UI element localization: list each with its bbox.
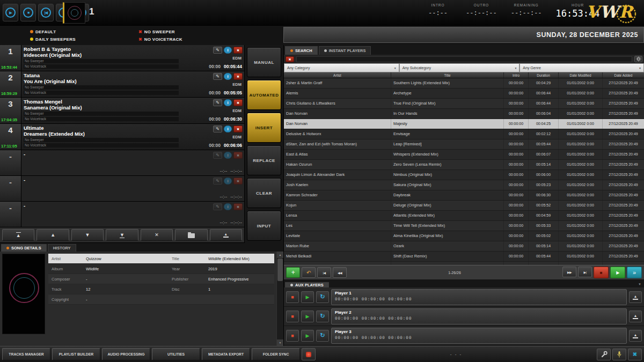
metadata-export-button[interactable]: METADATA EXPORT bbox=[202, 348, 250, 360]
playlist-builder-button[interactable]: PLAYLIST BUILDER bbox=[52, 348, 100, 360]
info-icon[interactable]: i bbox=[224, 47, 232, 54]
table-row[interactable]: Delusive & HotworxEnvisage00:00:0000:02:… bbox=[284, 129, 644, 139]
mode-button-input[interactable]: INPUT bbox=[247, 211, 281, 241]
tab-search[interactable]: SEARCH bbox=[285, 46, 318, 55]
playlist-empty-slot[interactable]: --✎i✖--:----:--:-- bbox=[0, 202, 244, 227]
column-header[interactable]: Title bbox=[391, 72, 504, 78]
edit-icon[interactable]: ✎ bbox=[213, 47, 222, 54]
forward-button[interactable]: » bbox=[627, 267, 642, 278]
last-page-button[interactable]: ▶| bbox=[578, 267, 592, 277]
table-row[interactable]: 2sher & Martin GraffSouthern Lights (Ext… bbox=[284, 78, 644, 88]
shuffle-button[interactable]: ✕ bbox=[141, 229, 173, 241]
table-row[interactable]: Mehdi BelkadiShift (Davz Remix)00:00:000… bbox=[284, 252, 644, 262]
aux-loop-button[interactable]: ↻ bbox=[316, 291, 329, 303]
tab-instant-players[interactable]: INSTANT PLAYERS bbox=[319, 46, 371, 55]
tracks-manager-button[interactable]: TRACKS MANAGER bbox=[2, 348, 50, 360]
filter-dropdown-1[interactable]: Any Category▼ bbox=[284, 63, 399, 72]
column-header[interactable]: Intro bbox=[504, 72, 529, 78]
table-row[interactable]: dStarr, Zan and Ezi (with Tomas Moran)Le… bbox=[284, 139, 644, 150]
remove-icon[interactable]: ✖ bbox=[233, 152, 243, 159]
table-row[interactable]: KojunDeluge (Original Mix)00:00:0000:05:… bbox=[284, 201, 644, 211]
tab-history[interactable]: HISTORY bbox=[48, 244, 76, 252]
mode-button-automated[interactable]: AUTOMATED bbox=[247, 80, 281, 110]
first-page-button[interactable]: |◀ bbox=[317, 267, 331, 278]
aux-play-button[interactable]: ▶ bbox=[301, 311, 314, 322]
playlist-track[interactable]: 317:04:35Thomas MengelSanamera (Original… bbox=[0, 98, 244, 124]
stop-button[interactable]: ■ bbox=[20, 4, 36, 21]
add-track-button[interactable]: + bbox=[286, 267, 300, 278]
table-row[interactable]: Joaquin Limon & Alexander DarkNimbus (Or… bbox=[284, 170, 644, 180]
filter-dropdown-3[interactable]: Any Genre▼ bbox=[519, 63, 644, 72]
requeue-button[interactable]: ↶ bbox=[302, 267, 316, 278]
remove-icon[interactable]: ✖ bbox=[233, 203, 243, 210]
prev-page-button[interactable]: ◀◀ bbox=[333, 267, 347, 278]
table-row[interactable]: Dan NorvanIn Our Hands00:00:0000:06:0401… bbox=[284, 109, 644, 119]
edit-icon[interactable]: ✎ bbox=[213, 178, 222, 184]
remove-icon[interactable]: ✖ bbox=[233, 125, 243, 132]
playlist-track[interactable]: 216:59:29TatanaYou Are (Original Mix)No … bbox=[0, 71, 244, 98]
edit-icon[interactable]: ✎ bbox=[213, 99, 222, 106]
scroll-down-icon[interactable]: ▼ bbox=[277, 339, 283, 346]
aux-player-display[interactable]: Player 300:00:00 00:00:00 00:00:00 bbox=[331, 328, 627, 344]
exit-button[interactable]: ✖ bbox=[628, 349, 642, 360]
edit-icon[interactable]: ✎ bbox=[213, 203, 222, 210]
table-row[interactable]: LevitateAlma Kinetika (Original Mix)00:0… bbox=[284, 231, 644, 241]
search-options-button[interactable] bbox=[634, 56, 642, 62]
table-row[interactable]: Marlon RubeOzark00:00:0000:05:1401/01/20… bbox=[284, 241, 644, 252]
move-down-button[interactable]: ▼ bbox=[71, 229, 104, 241]
stop-indicator-button[interactable] bbox=[302, 348, 316, 360]
tab-aux-players[interactable]: AUX PLAYERS bbox=[285, 282, 329, 287]
move-top-button[interactable]: ▲ bbox=[2, 229, 34, 241]
aux-stop-button[interactable]: ■ bbox=[286, 330, 299, 342]
remove-icon[interactable]: ✖ bbox=[233, 73, 243, 80]
info-icon[interactable]: i bbox=[224, 203, 232, 210]
remove-icon[interactable]: ✖ bbox=[233, 178, 243, 184]
aux-loop-button[interactable]: ↻ bbox=[316, 330, 329, 342]
mode-button-manual[interactable]: MANUAL bbox=[247, 47, 281, 77]
edit-icon[interactable]: ✎ bbox=[213, 152, 222, 159]
table-row[interactable]: Josh KaelenSakura (Original Mix)00:00:00… bbox=[284, 180, 644, 190]
playlist-track[interactable]: 417:11:05UltimateDreamers (Extended Mix)… bbox=[0, 124, 244, 150]
move-up-button[interactable]: ▲ bbox=[36, 229, 69, 241]
prev-track-button[interactable]: |◀ bbox=[38, 4, 54, 21]
column-header[interactable]: Date Added bbox=[603, 72, 644, 78]
aux-player-display[interactable]: Player 100:00:00 00:00:00 00:00:00 bbox=[331, 289, 627, 305]
column-header[interactable]: Date Modified bbox=[559, 72, 603, 78]
aux-eject-button[interactable]: ▲ bbox=[629, 311, 642, 322]
mode-button-clear[interactable]: CLEAR bbox=[247, 178, 281, 208]
info-icon[interactable]: i bbox=[224, 178, 232, 184]
audio-processing-button[interactable]: AUDIO PROCESSING bbox=[102, 348, 150, 360]
aux-loop-button[interactable]: ↻ bbox=[316, 311, 329, 322]
playlist-empty-slot[interactable]: --✎i✖--:----:--:-- bbox=[0, 176, 244, 202]
column-header[interactable]: Duration bbox=[529, 72, 559, 78]
eject-button[interactable]: ▲ bbox=[210, 229, 242, 241]
column-header[interactable]: Artist bbox=[284, 72, 391, 78]
utilities-button[interactable]: UTILITIES bbox=[152, 348, 200, 360]
info-icon[interactable]: i bbox=[224, 73, 232, 80]
details-scrollbar[interactable]: ▲ ▼ bbox=[276, 252, 283, 346]
aux-eject-button[interactable]: ▲ bbox=[629, 330, 642, 342]
mode-button-insert[interactable]: INSERT bbox=[247, 113, 281, 143]
info-icon[interactable]: i bbox=[224, 125, 232, 132]
edit-icon[interactable]: ✎ bbox=[213, 125, 222, 132]
table-row[interactable]: LensaAtlantis (Extended Mix)00:00:0000:0… bbox=[284, 211, 644, 221]
aux-play-button[interactable]: ▶ bbox=[301, 291, 314, 303]
folder-sync-button[interactable]: FOLDER SYNC bbox=[252, 348, 300, 360]
filter-dropdown-2[interactable]: Any Subcategory▼ bbox=[399, 63, 520, 72]
table-row[interactable]: East & AtlasWhispers (Extended Mix)00:00… bbox=[284, 150, 644, 160]
info-icon[interactable]: i bbox=[224, 99, 232, 106]
search-input[interactable] bbox=[296, 56, 632, 62]
tab-song-details[interactable]: SONG DETAILS bbox=[1, 244, 47, 252]
table-row[interactable]: LesTime Will Tell (Extended Mix)00:00:00… bbox=[284, 221, 644, 231]
scroll-thumb[interactable] bbox=[277, 258, 283, 281]
table-row[interactable]: Chris Giuliano & LiftwalkersTrue Find (O… bbox=[284, 99, 644, 109]
tools-button[interactable] bbox=[597, 349, 611, 360]
aux-play-button[interactable]: ▶ bbox=[301, 330, 314, 342]
info-icon[interactable]: i bbox=[224, 152, 232, 159]
mode-button-replace[interactable]: REPLACE bbox=[247, 145, 281, 175]
table-row[interactable]: AlemisArchetype00:00:0000:06:4401/01/200… bbox=[284, 88, 644, 99]
collapse-icon[interactable]: ▼ bbox=[638, 283, 644, 287]
next-page-button[interactable]: ▶▶ bbox=[562, 267, 576, 277]
edit-icon[interactable]: ✎ bbox=[213, 73, 222, 80]
aux-stop-button[interactable]: ■ bbox=[286, 311, 299, 322]
